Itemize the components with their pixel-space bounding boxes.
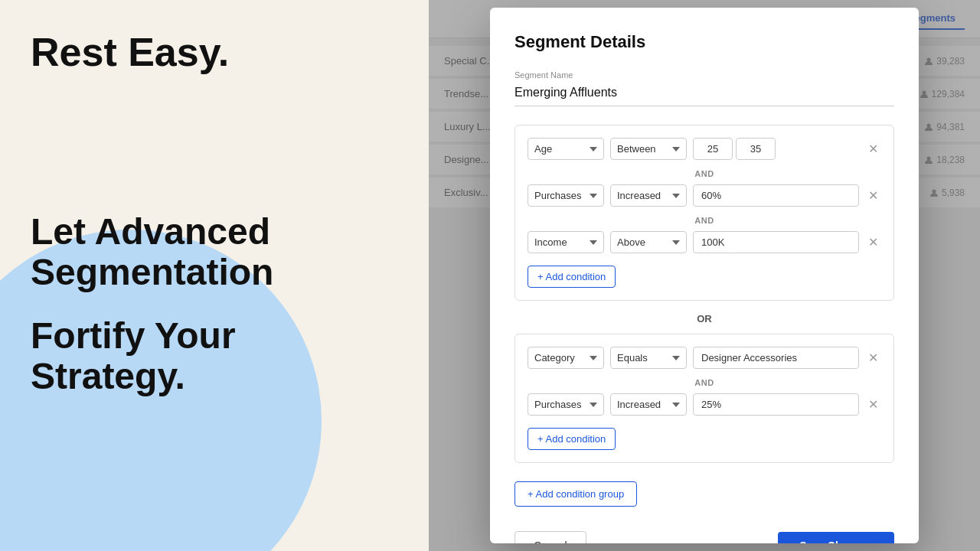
remove-condition-1-button[interactable]: ✕	[865, 140, 881, 158]
segment-details-modal: Segment Details Segment Name Age Between	[490, 8, 919, 543]
value-input-category[interactable]	[693, 347, 859, 369]
remove-condition-3-button[interactable]: ✕	[865, 233, 881, 251]
value-input-max[interactable]	[736, 138, 776, 160]
cancel-button[interactable]: Cancel	[514, 531, 586, 543]
add-condition-button-group1[interactable]: + Add condition	[528, 266, 616, 288]
add-condition-group-button[interactable]: + Add condition group	[514, 481, 637, 507]
headline-advanced-segmentation: Let Advanced Segmentation	[31, 212, 398, 293]
operator-select-between[interactable]: Between	[610, 138, 687, 160]
operator-select-increased-2[interactable]: Increased	[610, 393, 687, 416]
field-select-purchases-2[interactable]: Purchases	[528, 393, 604, 416]
field-select-income[interactable]: Income	[528, 231, 604, 253]
operator-select-equals[interactable]: Equals	[610, 347, 687, 369]
operator-select-increased-1[interactable]: Increased	[610, 184, 687, 207]
condition-row-purchases-1: Purchases Increased ✕	[528, 184, 881, 207]
value-input-income[interactable]	[693, 231, 859, 253]
condition-row-category: Category Equals ✕	[528, 347, 881, 369]
modal-overlay: Segment Details Segment Name Age Between	[429, 0, 980, 551]
remove-condition-2-button[interactable]: ✕	[865, 187, 881, 204]
condition-row-purchases-2: Purchases Increased ✕	[528, 393, 881, 416]
operator-select-above[interactable]: Above	[610, 231, 687, 253]
and-label-2: AND	[528, 216, 881, 225]
value-input-purchases-2[interactable]	[693, 393, 859, 416]
left-panel: Rest Easy. Let Advanced Segmentation For…	[0, 0, 429, 551]
modal-title: Segment Details	[514, 32, 894, 52]
value-input-min[interactable]	[693, 138, 733, 160]
save-changes-button[interactable]: Save Changes	[778, 532, 894, 543]
segment-name-input[interactable]	[514, 83, 894, 106]
segment-name-label: Segment Name	[514, 70, 894, 80]
and-label-1: AND	[528, 169, 881, 178]
or-separator: OR	[514, 313, 894, 324]
modal-footer: Cancel Save Changes	[514, 531, 894, 543]
field-select-purchases-1[interactable]: Purchases	[528, 184, 604, 207]
condition-row-age: Age Between ✕	[528, 138, 881, 160]
condition-row-income: Income Above ✕	[528, 231, 881, 253]
field-select-category[interactable]: Category	[528, 347, 604, 369]
and-label-group2: AND	[528, 378, 881, 387]
headline-rest-easy: Rest Easy.	[31, 31, 398, 74]
remove-condition-group2-2-button[interactable]: ✕	[865, 396, 881, 413]
between-value-inputs	[693, 138, 859, 160]
headline-fortify: Fortify Your Strategy.	[31, 316, 398, 397]
condition-group-1: Age Between ✕ AND Purchases	[514, 125, 894, 301]
field-select-age[interactable]: Age	[528, 138, 604, 160]
add-condition-button-group2[interactable]: + Add condition	[528, 428, 616, 450]
value-input-purchases-1[interactable]	[693, 184, 859, 207]
condition-group-2: Category Equals ✕ AND Purchases Increase	[514, 334, 894, 463]
remove-condition-group2-1-button[interactable]: ✕	[865, 349, 881, 367]
right-panel: Segments Special C... 39,283 Trendse... …	[429, 0, 980, 551]
